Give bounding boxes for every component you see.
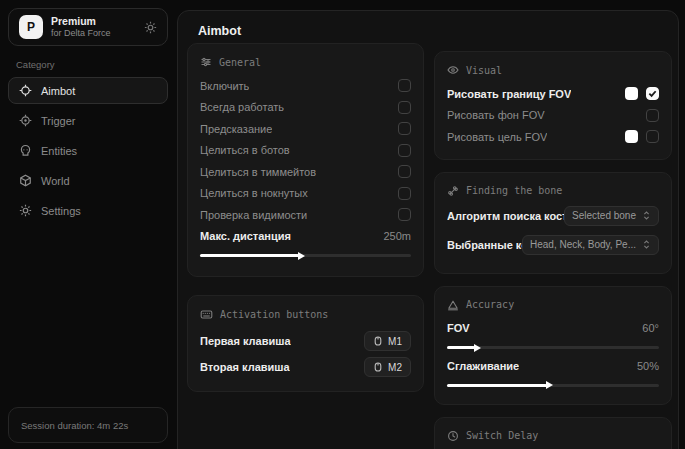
row-label: Первая клавиша (200, 335, 291, 347)
bone-algorithm-select[interactable]: Selected bone (564, 206, 659, 226)
visual-card: Visual Рисовать границу FOV Рисовать фон… (434, 51, 672, 160)
bone-card: Finding the bone Алгоритм поиска кост Se… (434, 172, 672, 274)
column-right: Visual Рисовать границу FOV Рисовать фон… (434, 51, 672, 449)
slider-fill (200, 254, 299, 257)
row-label: Включить (200, 80, 249, 92)
gear-icon (19, 204, 32, 217)
brand-title: Premium (51, 15, 111, 28)
bone-row: Алгоритм поиска кост Selected bone (447, 204, 659, 228)
row-label: Макс. дистанция (200, 230, 291, 242)
keybind-label: M2 (388, 362, 402, 373)
mouse-icon (373, 336, 383, 346)
switch-delay-card-header: Switch Delay (447, 430, 659, 442)
visual-card-header: Visual (447, 64, 659, 76)
precision-icon (447, 299, 459, 311)
checkbox[interactable] (646, 130, 659, 143)
switch-delay-card: Switch Delay Задержка переключения Задер… (434, 417, 672, 449)
slider-value: 50% (637, 360, 659, 372)
brand-card: P Premium for Delta Force (8, 8, 168, 46)
checkbox[interactable] (398, 165, 411, 178)
visual-row: Рисовать фон FOV (447, 105, 659, 127)
accuracy-card-header: Accuracy (447, 299, 659, 311)
crosshair-icon (19, 84, 32, 97)
toggle-row: Целиться в тиммейтов (200, 161, 411, 183)
selected-bones-select[interactable]: Head, Neck, Body, Pe... (522, 235, 659, 255)
card-title: Switch Delay (466, 430, 538, 441)
card-title: Accuracy (466, 299, 514, 310)
sidebar-item-label: Settings (41, 205, 81, 217)
row-label: Целиться в ботов (200, 144, 290, 156)
keybind-button[interactable]: M1 (364, 331, 411, 351)
sidebar-item-trigger[interactable]: Trigger (8, 107, 168, 134)
sidebar-item-label: World (41, 175, 70, 187)
card-title: Visual (466, 65, 502, 76)
sidebar: P Premium for Delta Force Category (0, 0, 176, 449)
chevron-up-down-icon (642, 240, 651, 249)
slider-thumb[interactable] (474, 344, 481, 352)
page-title: Aimbot (198, 24, 241, 38)
row-label: Рисовать фон FOV (447, 109, 545, 121)
toggle-row: Включить (200, 75, 411, 97)
checkbox[interactable] (398, 144, 411, 157)
sidebar-item-label: Trigger (41, 115, 75, 127)
slider-label-row: Сглаживание 50% (447, 355, 659, 377)
checkbox[interactable] (646, 109, 659, 122)
row-label: Рисовать границу FOV (447, 88, 571, 100)
slider-thumb[interactable] (546, 381, 553, 389)
row-label: Вторая клавиша (200, 361, 290, 373)
card-title: General (219, 57, 261, 68)
activation-card-header: Activation buttons (200, 308, 411, 321)
card-title: Activation buttons (220, 309, 328, 320)
trigger-icon (19, 114, 32, 127)
keybind-button[interactable]: M2 (364, 357, 411, 377)
dropdown-value: Head, Neck, Body, Pe... (530, 239, 636, 250)
smoothing-slider[interactable] (447, 384, 659, 387)
sidebar-nav: Aimbot Trigger Entities (0, 77, 176, 224)
color-swatch[interactable] (625, 87, 638, 100)
entities-icon (19, 144, 32, 157)
brand-subtitle: for Delta Force (51, 28, 111, 39)
row-label: Всегда работать (200, 101, 284, 113)
sidebar-item-label: Entities (41, 145, 77, 157)
slider-fill (447, 384, 547, 387)
row-label: Рисовать цель FOV (447, 131, 547, 143)
keybind-label: M1 (388, 336, 402, 347)
fov-slider[interactable] (447, 346, 659, 349)
row-label: Проверка видимости (200, 209, 307, 221)
chevron-up-down-icon (642, 211, 651, 220)
toggle-row: Предсказание (200, 118, 411, 140)
checkbox[interactable] (398, 101, 411, 114)
bone-card-header: Finding the bone (447, 185, 659, 197)
sidebar-item-label: Aimbot (41, 85, 75, 97)
row-label: Сглаживание (447, 360, 519, 372)
activation-card: Activation buttons Первая клавиша M1 Вто… (187, 295, 424, 392)
row-label: Выбранные кос (447, 239, 526, 251)
keybind-row: Первая клавиша M1 (200, 328, 411, 354)
world-icon (19, 174, 32, 187)
checkbox[interactable] (398, 79, 411, 92)
checkbox[interactable] (398, 208, 411, 221)
general-card-header: General (200, 56, 411, 68)
card-title: Finding the bone (466, 185, 562, 196)
slider-thumb[interactable] (298, 252, 305, 260)
keyboard-icon (200, 308, 213, 321)
checkbox[interactable] (646, 87, 659, 100)
checkbox[interactable] (398, 187, 411, 200)
visual-row: Рисовать границу FOV (447, 83, 659, 105)
color-swatch[interactable] (625, 130, 638, 143)
checkbox[interactable] (398, 122, 411, 135)
slider-label-row: Макс. дистанция 250m (200, 226, 411, 248)
sidebar-item-settings[interactable]: Settings (8, 197, 168, 224)
eye-icon (447, 64, 459, 76)
sidebar-item-world[interactable]: World (8, 167, 168, 194)
max-distance-slider[interactable] (200, 254, 411, 257)
sidebar-item-aimbot[interactable]: Aimbot (8, 77, 168, 104)
row-label: FOV (447, 322, 470, 334)
mouse-icon (373, 362, 383, 372)
category-label: Category (16, 59, 176, 70)
toggle-row: Целиться в ботов (200, 140, 411, 162)
sidebar-item-entities[interactable]: Entities (8, 137, 168, 164)
accuracy-card: Accuracy FOV 60° Сглаживание 50% (434, 286, 672, 405)
gear-icon[interactable] (144, 21, 157, 34)
dropdown-value: Selected bone (572, 210, 636, 221)
